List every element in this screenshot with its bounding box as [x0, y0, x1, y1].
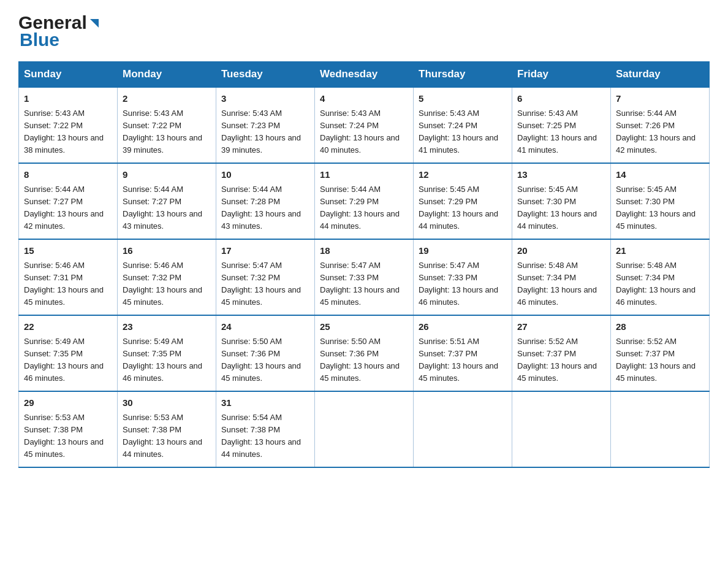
day-info: Sunrise: 5:50 AMSunset: 7:36 PMDaylight:…	[221, 337, 301, 383]
day-number: 16	[123, 244, 211, 258]
day-info: Sunrise: 5:44 AMSunset: 7:28 PMDaylight:…	[221, 185, 301, 231]
day-cell-31: 31Sunrise: 5:54 AMSunset: 7:38 PMDayligh…	[216, 391, 315, 467]
logo-triangle-icon	[88, 17, 101, 30]
day-cell-8: 8Sunrise: 5:44 AMSunset: 7:27 PMDaylight…	[19, 163, 118, 239]
day-cell-4: 4Sunrise: 5:43 AMSunset: 7:24 PMDaylight…	[315, 87, 414, 163]
col-header-saturday: Saturday	[611, 62, 710, 88]
logo-blue: Blue	[20, 29, 59, 50]
day-number: 30	[123, 396, 211, 410]
day-info: Sunrise: 5:51 AMSunset: 7:37 PMDaylight:…	[419, 337, 498, 383]
day-info: Sunrise: 5:43 AMSunset: 7:24 PMDaylight:…	[320, 109, 400, 155]
day-cell-19: 19Sunrise: 5:47 AMSunset: 7:33 PMDayligh…	[414, 239, 512, 315]
day-info: Sunrise: 5:43 AMSunset: 7:22 PMDaylight:…	[123, 109, 202, 155]
day-cell-30: 30Sunrise: 5:53 AMSunset: 7:38 PMDayligh…	[118, 391, 216, 467]
day-info: Sunrise: 5:50 AMSunset: 7:36 PMDaylight:…	[320, 337, 400, 383]
day-info: Sunrise: 5:45 AMSunset: 7:30 PMDaylight:…	[517, 185, 597, 231]
day-cell-24: 24Sunrise: 5:50 AMSunset: 7:36 PMDayligh…	[216, 315, 315, 391]
day-cell-11: 11Sunrise: 5:44 AMSunset: 7:29 PMDayligh…	[315, 163, 414, 239]
day-number: 26	[419, 320, 507, 334]
day-number: 28	[616, 320, 704, 334]
day-number: 18	[320, 244, 408, 258]
day-cell-15: 15Sunrise: 5:46 AMSunset: 7:31 PMDayligh…	[19, 239, 118, 315]
day-cell-23: 23Sunrise: 5:49 AMSunset: 7:35 PMDayligh…	[118, 315, 216, 391]
day-cell-29: 29Sunrise: 5:53 AMSunset: 7:38 PMDayligh…	[19, 391, 118, 467]
day-info: Sunrise: 5:49 AMSunset: 7:35 PMDaylight:…	[24, 337, 104, 383]
day-info: Sunrise: 5:44 AMSunset: 7:27 PMDaylight:…	[24, 185, 104, 231]
day-info: Sunrise: 5:43 AMSunset: 7:22 PMDaylight:…	[24, 109, 104, 155]
day-cell-3: 3Sunrise: 5:43 AMSunset: 7:23 PMDaylight…	[216, 87, 315, 163]
day-cell-21: 21Sunrise: 5:48 AMSunset: 7:34 PMDayligh…	[611, 239, 710, 315]
day-info: Sunrise: 5:44 AMSunset: 7:27 PMDaylight:…	[123, 185, 202, 231]
day-info: Sunrise: 5:43 AMSunset: 7:24 PMDaylight:…	[419, 109, 498, 155]
day-info: Sunrise: 5:52 AMSunset: 7:37 PMDaylight:…	[517, 337, 597, 383]
day-number: 6	[517, 92, 605, 106]
day-cell-9: 9Sunrise: 5:44 AMSunset: 7:27 PMDaylight…	[118, 163, 216, 239]
logo: General Blue	[18, 12, 101, 50]
day-cell-1: 1Sunrise: 5:43 AMSunset: 7:22 PMDaylight…	[19, 87, 118, 163]
day-number: 22	[24, 320, 112, 334]
day-cell-6: 6Sunrise: 5:43 AMSunset: 7:25 PMDaylight…	[512, 87, 611, 163]
calendar-header-row: SundayMondayTuesdayWednesdayThursdayFrid…	[19, 62, 710, 88]
empty-cell	[414, 391, 512, 467]
day-number: 1	[24, 92, 112, 106]
day-number: 3	[221, 92, 309, 106]
day-info: Sunrise: 5:47 AMSunset: 7:33 PMDaylight:…	[419, 261, 498, 307]
day-info: Sunrise: 5:48 AMSunset: 7:34 PMDaylight:…	[616, 261, 696, 307]
col-header-monday: Monday	[118, 62, 216, 88]
day-info: Sunrise: 5:45 AMSunset: 7:30 PMDaylight:…	[616, 185, 696, 231]
col-header-friday: Friday	[512, 62, 611, 88]
day-cell-7: 7Sunrise: 5:44 AMSunset: 7:26 PMDaylight…	[611, 87, 710, 163]
day-number: 14	[616, 168, 704, 182]
day-number: 23	[123, 320, 211, 334]
calendar-table: SundayMondayTuesdayWednesdayThursdayFrid…	[18, 61, 710, 468]
day-number: 17	[221, 244, 309, 258]
day-info: Sunrise: 5:53 AMSunset: 7:38 PMDaylight:…	[24, 413, 104, 459]
day-number: 8	[24, 168, 112, 182]
day-info: Sunrise: 5:49 AMSunset: 7:35 PMDaylight:…	[123, 337, 202, 383]
day-number: 2	[123, 92, 211, 106]
day-number: 9	[123, 168, 211, 182]
day-cell-12: 12Sunrise: 5:45 AMSunset: 7:29 PMDayligh…	[414, 163, 512, 239]
day-cell-17: 17Sunrise: 5:47 AMSunset: 7:32 PMDayligh…	[216, 239, 315, 315]
day-number: 29	[24, 396, 112, 410]
col-header-wednesday: Wednesday	[315, 62, 414, 88]
day-cell-28: 28Sunrise: 5:52 AMSunset: 7:37 PMDayligh…	[611, 315, 710, 391]
col-header-sunday: Sunday	[19, 62, 118, 88]
day-cell-22: 22Sunrise: 5:49 AMSunset: 7:35 PMDayligh…	[19, 315, 118, 391]
day-info: Sunrise: 5:45 AMSunset: 7:29 PMDaylight:…	[419, 185, 498, 231]
day-number: 12	[419, 168, 507, 182]
day-info: Sunrise: 5:43 AMSunset: 7:25 PMDaylight:…	[517, 109, 597, 155]
day-info: Sunrise: 5:46 AMSunset: 7:31 PMDaylight:…	[24, 261, 104, 307]
day-number: 20	[517, 244, 605, 258]
day-cell-26: 26Sunrise: 5:51 AMSunset: 7:37 PMDayligh…	[414, 315, 512, 391]
day-info: Sunrise: 5:54 AMSunset: 7:38 PMDaylight:…	[221, 413, 301, 459]
col-header-tuesday: Tuesday	[216, 62, 315, 88]
empty-cell	[315, 391, 414, 467]
day-cell-2: 2Sunrise: 5:43 AMSunset: 7:22 PMDaylight…	[118, 87, 216, 163]
day-info: Sunrise: 5:52 AMSunset: 7:37 PMDaylight:…	[616, 337, 696, 383]
week-row-5: 29Sunrise: 5:53 AMSunset: 7:38 PMDayligh…	[19, 391, 710, 467]
day-cell-13: 13Sunrise: 5:45 AMSunset: 7:30 PMDayligh…	[512, 163, 611, 239]
day-number: 25	[320, 320, 408, 334]
day-number: 4	[320, 92, 408, 106]
day-number: 10	[221, 168, 309, 182]
empty-cell	[611, 391, 710, 467]
day-cell-27: 27Sunrise: 5:52 AMSunset: 7:37 PMDayligh…	[512, 315, 611, 391]
week-row-3: 15Sunrise: 5:46 AMSunset: 7:31 PMDayligh…	[19, 239, 710, 315]
day-number: 5	[419, 92, 507, 106]
week-row-4: 22Sunrise: 5:49 AMSunset: 7:35 PMDayligh…	[19, 315, 710, 391]
day-info: Sunrise: 5:44 AMSunset: 7:29 PMDaylight:…	[320, 185, 400, 231]
day-number: 31	[221, 396, 309, 410]
day-info: Sunrise: 5:43 AMSunset: 7:23 PMDaylight:…	[221, 109, 301, 155]
day-number: 19	[419, 244, 507, 258]
day-cell-16: 16Sunrise: 5:46 AMSunset: 7:32 PMDayligh…	[118, 239, 216, 315]
day-info: Sunrise: 5:47 AMSunset: 7:33 PMDaylight:…	[320, 261, 400, 307]
day-number: 7	[616, 92, 704, 106]
day-cell-10: 10Sunrise: 5:44 AMSunset: 7:28 PMDayligh…	[216, 163, 315, 239]
day-info: Sunrise: 5:48 AMSunset: 7:34 PMDaylight:…	[517, 261, 597, 307]
svg-marker-0	[90, 19, 99, 28]
day-cell-18: 18Sunrise: 5:47 AMSunset: 7:33 PMDayligh…	[315, 239, 414, 315]
day-cell-5: 5Sunrise: 5:43 AMSunset: 7:24 PMDaylight…	[414, 87, 512, 163]
day-number: 11	[320, 168, 408, 182]
day-number: 24	[221, 320, 309, 334]
